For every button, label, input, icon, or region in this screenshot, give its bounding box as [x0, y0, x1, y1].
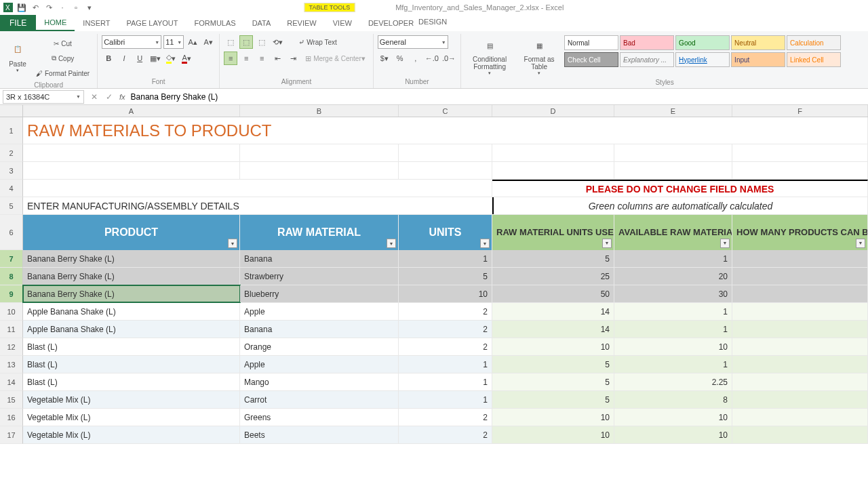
header-available[interactable]: AVAILABLE RAW MATERIALS NOW▼ — [614, 215, 732, 250]
col-header-D[interactable]: D — [492, 105, 614, 117]
tab-page-layout[interactable]: PAGE LAYOUT — [118, 15, 186, 31]
col-header-F[interactable]: F — [732, 105, 868, 117]
percent-button[interactable]: % — [393, 52, 407, 65]
row-header-17[interactable]: 17 — [0, 426, 23, 444]
formula-input[interactable] — [128, 90, 868, 104]
decrease-decimal-button[interactable]: .0→ — [441, 52, 456, 65]
row-header-14[interactable]: 14 — [0, 373, 23, 391]
cell-raw-material[interactable]: Apple — [240, 356, 399, 373]
warning-cell[interactable]: PLEASE DO NOT CHANGE FIELD NAMES — [492, 180, 868, 197]
font-name-combo[interactable]: Calibri▼ — [102, 35, 161, 49]
empty-cell[interactable] — [240, 162, 399, 179]
bold-button[interactable]: B — [102, 52, 115, 65]
row-header-2[interactable]: 2 — [0, 144, 23, 162]
style-explanatory[interactable]: Explanatory ... — [620, 52, 674, 67]
cell-product[interactable]: Banana Berry Shake (L) — [23, 268, 240, 285]
style-check-cell[interactable]: Check Cell — [564, 52, 618, 67]
row-header-3[interactable]: 3 — [0, 162, 23, 180]
cell-can-make[interactable] — [732, 303, 868, 320]
empty-cell[interactable] — [23, 144, 240, 161]
empty-cell[interactable] — [23, 162, 240, 179]
row-header-5[interactable]: 5 — [0, 197, 23, 215]
tab-design[interactable]: DESIGN — [410, 15, 455, 28]
row-header-1[interactable]: 1 — [0, 117, 23, 144]
cell-units[interactable]: 2 — [399, 338, 492, 355]
increase-decimal-button[interactable]: ←.0 — [425, 52, 439, 65]
col-header-E[interactable]: E — [614, 105, 732, 117]
cell-raw-material[interactable]: Mango — [240, 373, 399, 390]
fx-icon[interactable]: fx — [119, 93, 125, 101]
row-header-4[interactable]: 4 — [0, 180, 23, 197]
empty-cell[interactable] — [240, 144, 399, 161]
cell-can-make[interactable] — [732, 268, 868, 285]
format-as-table-button[interactable]: ▦ Format as Table▾ — [518, 35, 560, 77]
qat-more-icon[interactable]: ▾ — [84, 2, 95, 13]
align-top-button[interactable]: ⬚ — [224, 35, 237, 49]
cell-units[interactable]: 10 — [399, 285, 492, 302]
row-header-13[interactable]: 13 — [0, 356, 23, 373]
number-format-combo[interactable]: General▼ — [378, 35, 448, 49]
cell-available[interactable]: 1 — [614, 250, 732, 267]
cell-used[interactable]: 14 — [492, 303, 614, 320]
conditional-formatting-button[interactable]: ▤ Conditional Formatting▾ — [465, 35, 514, 77]
cell-product[interactable]: Blast (L) — [23, 356, 240, 373]
align-middle-button[interactable]: ⬚ — [239, 35, 253, 49]
cell-units[interactable]: 1 — [399, 356, 492, 373]
style-good[interactable]: Good — [675, 35, 730, 50]
increase-indent-button[interactable]: ⇥ — [286, 52, 300, 65]
tab-view[interactable]: VIEW — [325, 15, 360, 31]
cell-product[interactable]: Vegetable Mix (L) — [23, 409, 240, 426]
style-hyperlink[interactable]: Hyperlink — [675, 52, 730, 67]
enter-formula-button[interactable]: ✓ — [102, 90, 117, 104]
decrease-font-button[interactable]: A▾ — [201, 35, 215, 49]
filter-arrow-icon[interactable]: ▼ — [720, 239, 730, 248]
merge-center-button[interactable]: ⊞ Merge & Center▾ — [302, 52, 369, 65]
row-header-9[interactable]: 9 — [0, 285, 23, 303]
style-input[interactable]: Input — [731, 52, 785, 67]
cell-used[interactable]: 10 — [492, 338, 614, 355]
cell-can-make[interactable] — [732, 409, 868, 426]
empty-cell[interactable] — [732, 144, 868, 161]
title-cell[interactable]: RAW MATERIALS TO PRODUCT — [23, 117, 868, 144]
font-size-combo[interactable]: 11▼ — [163, 35, 184, 49]
cells-area[interactable]: RAW MATERIALS TO PRODUCTPLEASE DO NOT CH… — [23, 117, 868, 444]
comma-button[interactable]: , — [409, 52, 422, 65]
filter-arrow-icon[interactable]: ▼ — [387, 239, 396, 248]
increase-font-button[interactable]: A▴ — [186, 35, 199, 49]
cell-units[interactable]: 1 — [399, 373, 492, 390]
cell-used[interactable]: 10 — [492, 426, 614, 443]
fill-color-button[interactable]: ◇▾ — [164, 52, 178, 65]
col-header-C[interactable]: C — [399, 105, 492, 117]
cancel-formula-button[interactable]: ✕ — [87, 90, 102, 104]
cell-used[interactable]: 10 — [492, 409, 614, 426]
cell-product[interactable]: Blast (L) — [23, 338, 240, 355]
cell-units[interactable]: 2 — [399, 321, 492, 338]
name-box[interactable]: 3R x 16384C ▼ — [3, 90, 84, 104]
tab-formulas[interactable]: FORMULAS — [186, 15, 244, 31]
col-header-A[interactable]: A — [23, 105, 240, 117]
tab-review[interactable]: REVIEW — [279, 15, 324, 31]
tab-home[interactable]: HOME — [36, 15, 75, 31]
cell-used[interactable]: 14 — [492, 321, 614, 338]
underline-button[interactable]: U — [133, 52, 146, 65]
copy-button[interactable]: ⧉ Copy — [33, 52, 93, 65]
cell-can-make[interactable] — [732, 426, 868, 443]
filter-arrow-icon[interactable]: ▼ — [602, 239, 612, 248]
wrap-text-button[interactable]: ⤶ Wrap Text — [295, 35, 340, 49]
border-button[interactable]: ▦▾ — [149, 52, 162, 65]
new-icon[interactable]: ▫ — [71, 2, 81, 13]
style-linked-cell[interactable]: Linked Cell — [787, 52, 841, 67]
row-header-16[interactable]: 16 — [0, 409, 23, 426]
cell-units[interactable]: 2 — [399, 426, 492, 443]
align-bottom-button[interactable]: ⬚ — [255, 35, 269, 49]
cell-product[interactable]: Blast (L) — [23, 373, 240, 390]
cell-product[interactable]: Apple Banana Shake (L) — [23, 303, 240, 320]
cell-can-make[interactable] — [732, 250, 868, 267]
row-header-12[interactable]: 12 — [0, 338, 23, 356]
cell-units[interactable]: 1 — [399, 391, 492, 408]
empty-cell[interactable] — [614, 144, 732, 161]
tab-data[interactable]: DATA — [244, 15, 279, 31]
empty-cell[interactable] — [732, 162, 868, 179]
tab-insert[interactable]: INSERT — [75, 15, 118, 31]
cut-button[interactable]: ✂ Cut — [33, 37, 93, 50]
